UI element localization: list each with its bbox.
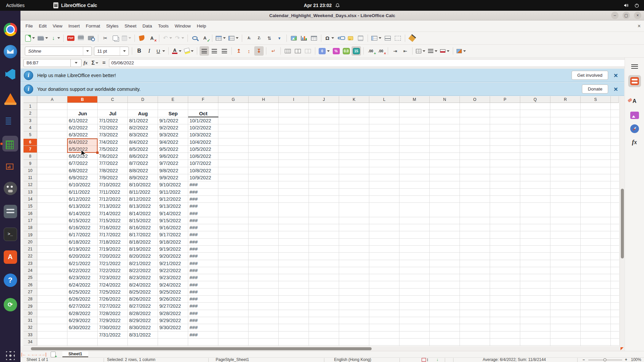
add-decimal-place-button[interactable]: .00: [366, 46, 375, 56]
cell-F32[interactable]: ###: [188, 324, 218, 331]
row-header-15[interactable]: 15: [23, 203, 37, 210]
dock-item-chrome[interactable]: [2, 21, 18, 37]
spreadsheet-grid[interactable]: ABCDEFGHIJKLMNOPQRS123456789101112131415…: [23, 96, 619, 346]
cell-C2[interactable]: Jul: [98, 110, 128, 117]
row-header-11[interactable]: 11: [23, 174, 37, 181]
column-header-E[interactable]: E: [158, 96, 188, 103]
cell-C28[interactable]: 7/26/2022: [98, 296, 128, 303]
align-center-button[interactable]: [210, 46, 219, 56]
cell-F25[interactable]: ###: [188, 274, 218, 281]
cell-F11[interactable]: 10/9/2022: [188, 174, 218, 181]
cell-C24[interactable]: 7/22/2022: [98, 267, 128, 274]
cell-C27[interactable]: 7/25/2022: [98, 289, 128, 296]
dock-item-vscode[interactable]: [2, 66, 18, 82]
close-document-button[interactable]: ×: [638, 23, 641, 29]
row-header-27[interactable]: 27: [23, 289, 37, 296]
insert-mode-icon[interactable]: I: [422, 358, 428, 362]
menu-help[interactable]: Help: [194, 22, 209, 30]
cell-E3[interactable]: 9/1/2022: [158, 117, 188, 124]
align-right-button[interactable]: [220, 46, 229, 56]
cell-C10[interactable]: 7/8/2022: [98, 167, 128, 174]
cell-B30[interactable]: 6/28/2022: [67, 310, 98, 317]
format-as-currency-button[interactable]: 0: [318, 46, 331, 56]
menu-insert[interactable]: Insert: [65, 22, 83, 30]
dock-item-app-grid[interactable]: [2, 348, 18, 362]
conditional-formatting-button[interactable]: [455, 46, 467, 56]
cell-D15[interactable]: 8/13/2022: [128, 203, 158, 210]
zoom-out-button[interactable]: –: [583, 358, 585, 362]
cell-C13[interactable]: 7/11/2022: [98, 189, 128, 196]
unmerge-cells-button[interactable]: [303, 46, 313, 56]
font-size-combobox[interactable]: 11 pt: [94, 47, 129, 56]
cell-E6[interactable]: 9/4/2022: [158, 139, 188, 146]
cell-B25[interactable]: 6/23/2022: [67, 274, 98, 281]
maximize-button[interactable]: ▢: [623, 12, 630, 19]
cell-B10[interactable]: 6/8/2022: [67, 167, 98, 174]
cell-C12[interactable]: 7/10/2022: [98, 181, 128, 188]
cell-E14[interactable]: 9/12/2022: [158, 196, 188, 203]
open-dropdown-arrow[interactable]: [45, 37, 48, 39]
row-header-22[interactable]: 22: [23, 253, 37, 260]
horizontal-scrollbar-thumb[interactable]: [31, 347, 372, 350]
menu-sheet[interactable]: Sheet: [121, 22, 139, 30]
row-dropdown-arrow[interactable]: [223, 37, 226, 39]
cell-E10[interactable]: 9/8/2022: [158, 167, 188, 174]
format-as-percent-button[interactable]: %: [331, 46, 341, 56]
row-header-3[interactable]: 3: [23, 117, 37, 124]
cell-D8[interactable]: 8/6/2022: [128, 153, 158, 160]
dock-item-ubuntu-software[interactable]: A: [2, 249, 18, 265]
minimize-button[interactable]: –: [611, 12, 619, 19]
redo-button[interactable]: ↷: [174, 34, 185, 43]
clock-menu[interactable]: Apr 21 23:02: [304, 3, 340, 8]
borders-button[interactable]: [415, 46, 426, 56]
dock-item-libreoffice-calc[interactable]: [2, 136, 18, 152]
cell-C8[interactable]: 7/6/2022: [98, 153, 128, 160]
activities-button[interactable]: Activities: [6, 3, 24, 8]
menu-styles[interactable]: Styles: [103, 22, 122, 30]
cell-E32[interactable]: 9/30/2022: [158, 324, 188, 331]
focused-app-indicator[interactable]: LibreOffice Calc: [53, 2, 97, 8]
sidebar-properties-button[interactable]: [628, 75, 641, 87]
column-button[interactable]: [227, 34, 239, 43]
border-style-dropdown-arrow[interactable]: [435, 50, 437, 52]
cell-E28[interactable]: 9/26/2022: [158, 296, 188, 303]
cell-F29[interactable]: ###: [188, 303, 218, 310]
row-header-23[interactable]: 23: [23, 260, 37, 267]
sidebar-functions-button[interactable]: fx: [628, 136, 641, 148]
italic-button[interactable]: I: [145, 46, 154, 56]
split-window-button[interactable]: [383, 34, 392, 43]
cell-F24[interactable]: ###: [188, 267, 218, 274]
insert-special-character-button[interactable]: Ω: [324, 34, 335, 43]
dock-item-help[interactable]: ?: [2, 272, 18, 288]
cell-B20[interactable]: 6/18/2022: [67, 239, 98, 246]
cell-B12[interactable]: 6/10/2022: [67, 181, 98, 188]
cell-C6[interactable]: 7/4/2022: [98, 139, 128, 146]
menu-tools[interactable]: Tools: [155, 22, 172, 30]
cell-E24[interactable]: 9/22/2022: [158, 267, 188, 274]
cell-C5[interactable]: 7/3/2022: [98, 131, 128, 138]
export-pdf-button[interactable]: PDF: [66, 34, 75, 43]
cell-B21[interactable]: 6/19/2022: [67, 246, 98, 253]
cell-E23[interactable]: 9/21/2022: [158, 260, 188, 267]
row-header-29[interactable]: 29: [23, 303, 37, 310]
sheet-sequence[interactable]: Sheet 1 of 1: [26, 358, 48, 362]
cell-D27[interactable]: 8/25/2022: [128, 289, 158, 296]
cell-B27[interactable]: 6/25/2022: [67, 289, 98, 296]
cell-F12[interactable]: ###: [188, 181, 218, 188]
highlighting-color-button[interactable]: [183, 46, 195, 56]
borders-dropdown-arrow[interactable]: [423, 50, 425, 52]
print-preview-button[interactable]: [86, 34, 96, 43]
column-header-N[interactable]: N: [430, 96, 460, 103]
cell-C11[interactable]: 7/9/2022: [98, 174, 128, 181]
cell-E15[interactable]: 9/13/2022: [158, 203, 188, 210]
cell-D20[interactable]: 8/18/2022: [128, 239, 158, 246]
column-header-D[interactable]: D: [128, 96, 158, 103]
dock-item-vlc[interactable]: [2, 91, 18, 107]
open-button[interactable]: [37, 34, 49, 43]
cell-B4[interactable]: 6/2/2022: [67, 124, 98, 131]
cell-F30[interactable]: ###: [188, 310, 218, 317]
column-header-H[interactable]: H: [249, 96, 279, 103]
cell-C25[interactable]: 7/23/2022: [98, 274, 128, 281]
row-header-12[interactable]: 12: [23, 181, 37, 188]
cell-D17[interactable]: 8/15/2022: [128, 217, 158, 224]
